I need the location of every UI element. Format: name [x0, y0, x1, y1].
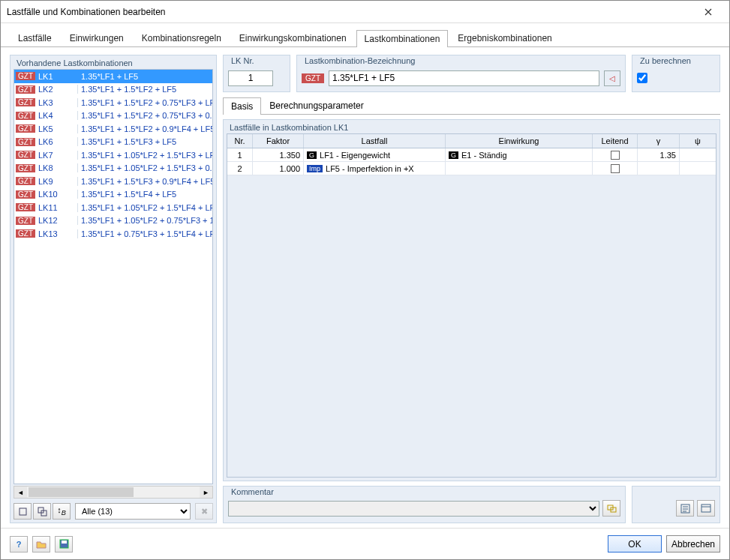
combo-name: LK3 [38, 98, 77, 107]
tab-ergebniskombinationen[interactable]: Ergebniskombinationen [449, 29, 560, 46]
grid-header: Nr. Faktor Lastfall Einwirkung Leitend γ… [227, 134, 716, 148]
cell-nr: 2 [227, 162, 253, 175]
titlebar: Lastfälle und Kombinationen bearbeiten [1, 1, 729, 23]
view-button[interactable] [697, 500, 715, 517]
list-hscrollbar[interactable]: ◄ ► [14, 486, 213, 499]
list-toolbar: ↕B Alle (13) ✖ [11, 500, 216, 523]
tools-group [632, 486, 720, 523]
tab-lastfaelle[interactable]: Lastfälle [10, 29, 60, 46]
help-button[interactable]: ? [10, 536, 28, 553]
tab-lastkombinationen[interactable]: Lastkombinationen [356, 30, 449, 47]
checkbox-icon[interactable] [611, 164, 620, 173]
tab-einwirkungskombinationen[interactable]: Einwirkungskombinationen [231, 29, 355, 46]
lknr-input[interactable] [228, 70, 273, 86]
combo-row[interactable]: GZTLK61.35*LF1 + 1.5*LF3 + LF5 [14, 136, 212, 149]
cell-lastfall[interactable]: GLF1 - Eigengewicht [304, 148, 446, 161]
comment-label: Kommentar [228, 486, 277, 498]
loadcases-grid[interactable]: Nr. Faktor Lastfall Einwirkung Leitend γ… [227, 133, 716, 478]
ok-button[interactable]: OK [608, 535, 662, 553]
cell-gamma [638, 162, 680, 175]
cell-faktor[interactable]: 1.000 [253, 162, 304, 175]
close-button[interactable] [693, 1, 723, 22]
scroll-left-icon[interactable]: ◄ [14, 487, 27, 498]
combo-row[interactable]: GZTLK21.35*LF1 + 1.5*LF2 + LF5 [14, 83, 212, 97]
details-button[interactable] [676, 500, 694, 517]
gzt-badge: GZT [16, 164, 35, 172]
combo-formula: 1.35*LF1 + 1.5*LF2 + LF5 [77, 85, 212, 94]
loadcases-panel: Lastfälle in Lastkombination LK1 Nr. Fak… [223, 119, 720, 481]
combo-row[interactable]: GZTLK41.35*LF1 + 1.5*LF2 + 0.75*LF3 + 0.… [14, 109, 212, 123]
scroll-thumb[interactable] [29, 487, 134, 497]
grid-row[interactable]: 1 1.350 GLF1 - Eigengewicht GE1 - Ständi… [227, 148, 716, 162]
col-nr[interactable]: Nr. [227, 134, 253, 148]
col-einwirkung[interactable]: Einwirkung [446, 134, 593, 148]
combo-row[interactable]: GZTLK111.35*LF1 + 1.05*LF2 + 1.5*LF4 + L… [14, 201, 212, 214]
comment-pick-button[interactable] [602, 500, 620, 517]
combo-list[interactable]: GZT LK1 1.35*LF1 + LF5 GZTLK21.35*LF1 + … [14, 69, 213, 484]
combo-row[interactable]: GZTLK91.35*LF1 + 1.5*LF3 + 0.9*LF4 + LF5 [14, 175, 212, 188]
cell-leitend[interactable] [593, 148, 638, 161]
svg-rect-6 [701, 505, 710, 512]
loadcases-legend: Lastfälle in Lastkombination LK1 [224, 120, 719, 133]
col-leitend[interactable]: Leitend [593, 134, 638, 148]
combo-formula: 1.35*LF1 + 1.5*LF3 + LF5 [77, 137, 212, 146]
combo-row[interactable]: GZTLK31.35*LF1 + 1.5*LF2 + 0.75*LF3 + LF… [14, 96, 212, 109]
comment-input[interactable] [228, 501, 599, 517]
combo-formula: 1.35*LF1 + 1.5*LF4 + LF5 [77, 190, 212, 199]
col-faktor[interactable]: Faktor [253, 134, 304, 148]
scroll-right-icon[interactable]: ► [200, 487, 212, 498]
combo-name: LK11 [38, 203, 77, 212]
delete-combo-button[interactable]: ✖ [195, 503, 213, 520]
cell-psi [680, 162, 716, 175]
new-combo-button[interactable] [14, 503, 32, 520]
combo-row[interactable]: GZTLK71.35*LF1 + 1.05*LF2 + 1.5*LF3 + LF… [14, 148, 212, 162]
combo-formula: 1.35*LF1 + 1.5*LF2 + 0.75*LF3 + 0.9 [77, 111, 212, 120]
combo-row[interactable]: GZT LK1 1.35*LF1 + LF5 [14, 70, 212, 83]
combo-formula: 1.35*LF1 + 1.05*LF2 + 1.5*LF3 + 0.9 [77, 163, 212, 172]
cancel-button[interactable]: Abbrechen [666, 535, 720, 553]
subtab-parameter[interactable]: Berechnungsparameter [261, 97, 371, 114]
dialog-footer: ? OK Abbrechen [1, 528, 729, 559]
svg-rect-0 [20, 508, 26, 515]
grid-row[interactable]: 2 1.000 ImpLF5 - Imperfektion in +X [227, 162, 716, 175]
tab-kombinationsregeln[interactable]: Kombinationsregeln [134, 29, 230, 46]
bezeichnung-input[interactable] [329, 70, 599, 86]
calc-checkbox[interactable] [637, 73, 647, 83]
cell-leitend[interactable] [593, 162, 638, 175]
combo-row[interactable]: GZTLK121.35*LF1 + 1.05*LF2 + 0.75*LF3 + … [14, 214, 212, 228]
col-gamma[interactable]: γ [638, 134, 680, 148]
subtab-basis[interactable]: Basis [223, 97, 261, 115]
bezeichnung-group: Lastkombination-Bezeichnung GZT ◁ [296, 55, 626, 92]
combo-formula: 1.35*LF1 + 1.5*LF2 + 0.75*LF3 + LF5 [77, 98, 212, 107]
checkbox-icon[interactable] [611, 151, 620, 160]
tab-einwirkungen[interactable]: Einwirkungen [62, 29, 132, 46]
lknr-label: LK Nr. [228, 55, 257, 67]
combo-name: LK5 [38, 124, 77, 133]
combo-formula: 1.35*LF1 + 1.05*LF2 + 1.5*LF4 + LF5 [77, 203, 212, 212]
restore-name-button[interactable]: ◁ [604, 70, 620, 86]
combo-list-panel: Vorhandene Lastkombinationen GZT LK1 1.3… [10, 55, 217, 523]
gzt-badge: GZT [16, 190, 35, 199]
gzt-badge: GZT [16, 124, 35, 133]
cell-einwirkung[interactable] [446, 162, 593, 175]
combo-row[interactable]: GZTLK131.35*LF1 + 0.75*LF3 + 1.5*LF4 + L… [14, 227, 212, 241]
combo-formula: 1.35*LF1 + 1.5*LF3 + 0.9*LF4 + LF5 [77, 177, 212, 186]
combo-formula: 1.35*LF1 + 1.05*LF2 + 1.5*LF3 + LF5 [77, 151, 212, 160]
col-psi[interactable]: ψ [680, 134, 716, 148]
copy-combo-button[interactable] [33, 503, 51, 520]
cell-nr: 1 [227, 148, 253, 161]
open-button[interactable] [32, 536, 50, 553]
cell-lastfall[interactable]: ImpLF5 - Imperfektion in +X [304, 162, 446, 175]
sort-button[interactable]: ↕B [53, 503, 71, 520]
cell-einwirkung[interactable]: GE1 - Ständig [446, 148, 593, 161]
gzt-badge: GZT [16, 112, 35, 120]
combo-row[interactable]: GZTLK101.35*LF1 + 1.5*LF4 + LF5 [14, 188, 212, 202]
combo-row[interactable]: GZTLK81.35*LF1 + 1.05*LF2 + 1.5*LF3 + 0.… [14, 162, 212, 175]
filter-select[interactable]: Alle (13) [75, 503, 191, 520]
cell-lf-text: LF1 - Eigengewicht [320, 151, 390, 160]
cell-faktor[interactable]: 1.350 [253, 148, 304, 161]
combo-row[interactable]: GZTLK51.35*LF1 + 1.5*LF2 + 0.9*LF4 + LF5 [14, 122, 212, 136]
col-lastfall[interactable]: Lastfall [304, 134, 446, 148]
combo-name: LK7 [38, 151, 77, 160]
save-button[interactable] [55, 536, 73, 553]
